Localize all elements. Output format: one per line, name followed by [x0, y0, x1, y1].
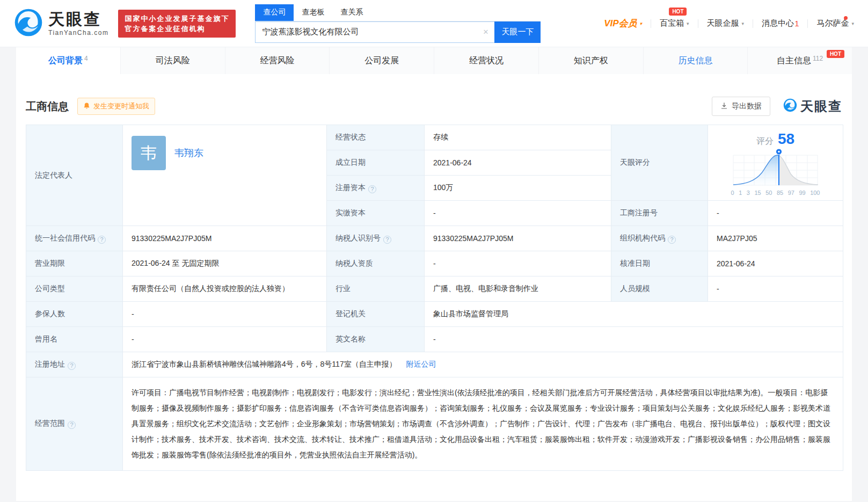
tianyancha-logo[interactable]: 天眼查 TianYanCha.com — [14, 8, 108, 39]
business-term-label: 营业期限 — [26, 251, 123, 277]
help-icon[interactable]: ? — [383, 236, 391, 244]
tick: 1 — [739, 190, 742, 196]
legal-rep-cell: 韦 韦翔东 — [123, 125, 327, 226]
watermark-logo: 天眼查 — [783, 98, 842, 115]
tick: 100 — [810, 190, 820, 196]
chevron-down-icon: ▾ — [640, 21, 643, 26]
nav-message-label: 消息中心 — [762, 18, 794, 28]
score-distribution-curve — [730, 148, 821, 188]
gov-badge-line2: 官方备案企业征信机构 — [125, 24, 229, 34]
nav-user-account[interactable]: 马尔萨金 ▾ — [816, 18, 854, 28]
business-scope-value: 许可项目：广播电视节目制作经营；电视剧制作；电视剧发行；电影发行；演出经纪；营业… — [123, 377, 843, 471]
help-icon[interactable]: ? — [98, 236, 106, 244]
tick: 3 — [747, 190, 750, 196]
business-term-value: 2021-06-24 至 无固定期限 — [123, 251, 327, 277]
help-icon[interactable]: ? — [68, 421, 76, 429]
tab-judicial-risk[interactable]: 司法风险 — [121, 47, 225, 74]
help-icon[interactable]: ? — [368, 185, 376, 193]
tab-history-info[interactable]: 历史信息 — [644, 47, 748, 74]
legal-rep-label: 法定代表人 — [26, 125, 123, 226]
nav-vip-label: VIP会员 — [604, 17, 637, 30]
message-count-badge: 1 — [794, 19, 799, 28]
gov-certification-badge: 国家中小企业发展子基金旗下 官方备案企业征信机构 — [118, 10, 236, 38]
search-button[interactable]: 天眼一下 — [494, 21, 541, 43]
address-label: 注册地址? — [26, 352, 123, 377]
est-date-value: 2021-06-24 — [425, 150, 611, 176]
reg-capital-value: 100万 — [425, 176, 611, 201]
nav-vip[interactable]: VIP会员 ▾ — [604, 17, 642, 30]
industry-label: 行业 — [327, 277, 425, 302]
staff-size-label: 人员规模 — [611, 277, 708, 302]
score-value: 58 — [778, 130, 794, 148]
tab-label: 历史信息 — [678, 55, 712, 67]
chevron-down-icon: ▾ — [687, 21, 689, 26]
tab-company-background[interactable]: 公司背景 4 — [16, 47, 121, 74]
tick: 0 — [731, 190, 734, 196]
export-data-button[interactable]: 导出数据 — [712, 97, 770, 116]
help-icon[interactable]: ? — [668, 236, 676, 244]
registry-value: 象山县市场监督管理局 — [425, 302, 843, 327]
nav-enterprise-service[interactable]: 天眼企服 ▾ — [707, 18, 745, 28]
business-info-table: 法定代表人 韦 韦翔东 经营状态 存续 天眼评分 评分 58 — [26, 125, 843, 471]
tianyan-score-chart: 评分 58 — [717, 130, 834, 196]
taxpayer-id-value: 91330225MA2J7PJ05M — [425, 226, 611, 251]
search-input-wrap: ✕ — [255, 21, 494, 43]
notify-on-change-button[interactable]: 发生变更时通知我 — [77, 98, 155, 115]
table-row: 营业期限 2021-06-24 至 无固定期限 纳税人资质 - 核准日期 202… — [26, 251, 843, 277]
legal-rep-avatar[interactable]: 韦 — [132, 136, 166, 170]
logo-title: 天眼查 — [48, 11, 108, 28]
legal-rep-name-link[interactable]: 韦翔东 — [174, 147, 203, 159]
download-icon — [720, 102, 728, 111]
help-icon[interactable]: ? — [68, 362, 76, 370]
registry-label: 登记机关 — [327, 302, 425, 327]
logo-subtitle: TianYanCha.com — [48, 29, 108, 37]
nav-divider — [651, 19, 651, 28]
tab-self-info[interactable]: 自主信息 112 HOT — [748, 47, 852, 74]
section-header: 工商信息 发生变更时通知我 导出数据 — [16, 74, 852, 125]
watermark-text: 天眼查 — [800, 98, 842, 115]
search-tab-boss[interactable]: 查老板 — [294, 4, 332, 21]
table-row: 参保人数 - 登记机关 象山县市场监督管理局 — [26, 302, 843, 327]
credit-code-label: 统一社会信用代码? — [26, 226, 123, 251]
hot-badge: HOT — [827, 50, 844, 58]
org-code-value: MA2J7PJ05 — [708, 226, 843, 251]
tab-intellectual-property[interactable]: 知识产权 — [539, 47, 644, 74]
score-caption: 评分 — [756, 136, 774, 147]
business-scope-label: 经营范围? — [26, 377, 123, 471]
reg-capital-label: 注册资本? — [327, 176, 425, 201]
industry-value: 广播、电视、电影和录音制作业 — [425, 277, 611, 302]
status-label: 经营状态 — [327, 125, 425, 150]
tick: 15 — [754, 190, 761, 196]
chevron-down-icon: ▾ — [851, 21, 854, 26]
tab-count: 112 — [813, 55, 823, 62]
search-tab-company[interactable]: 查公司 — [255, 4, 294, 21]
tab-operation-risk[interactable]: 经营风险 — [225, 47, 330, 74]
nearby-companies-link[interactable]: 附近公司 — [406, 360, 436, 368]
search-tab-relation[interactable]: 查关系 — [332, 4, 371, 21]
tab-label: 自主信息 — [777, 55, 811, 67]
tab-operation-status[interactable]: 经营状况 — [434, 47, 539, 74]
insured-count-label: 参保人数 — [26, 302, 123, 327]
nav-message-center[interactable]: 消息中心 1 — [762, 18, 799, 28]
score-axis-ticks: 0 1 3 15 50 85 97 99 100 — [731, 190, 820, 196]
tab-company-development[interactable]: 公司发展 — [330, 47, 434, 74]
insured-count-value: - — [123, 302, 327, 327]
export-button-label: 导出数据 — [732, 101, 762, 111]
section-title: 工商信息 — [26, 99, 69, 114]
search-input[interactable] — [255, 21, 494, 43]
company-type-value: 有限责任公司（自然人投资或控股的法人独资） — [123, 277, 327, 302]
nav-divider — [698, 19, 698, 28]
clear-search-icon[interactable]: ✕ — [483, 28, 488, 36]
table-row: 法定代表人 韦 韦翔东 经营状态 存续 天眼评分 评分 58 — [26, 125, 843, 150]
tab-label: 知识产权 — [574, 55, 608, 67]
table-row: 曾用名 - 英文名称 - — [26, 327, 843, 352]
table-row: 统一社会信用代码? 91330225MA2J7PJ05M 纳税人识别号? 913… — [26, 226, 843, 251]
nav-toolbox[interactable]: HOT 百宝箱 ▾ — [660, 18, 689, 28]
former-name-value: - — [123, 327, 327, 352]
table-row: 公司类型 有限责任公司（自然人投资或控股的法人独资） 行业 广播、电视、电影和录… — [26, 277, 843, 302]
paid-capital-label: 实缴资本 — [327, 201, 425, 226]
table-row: 注册地址? 浙江省宁波市象山县新桥镇神雕侠侣城神雕路4号，6号，8号117室（自… — [26, 352, 843, 377]
tab-count: 4 — [84, 55, 88, 62]
staff-size-value: - — [708, 277, 843, 302]
est-date-label: 成立日期 — [327, 150, 425, 176]
